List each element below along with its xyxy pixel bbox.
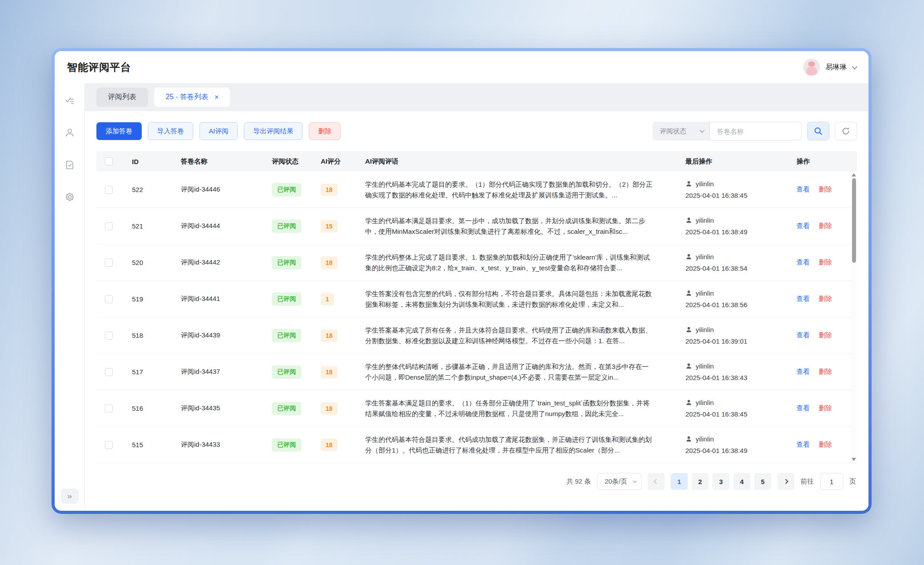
operation-time: 2025-04-01 16:38:54	[685, 264, 786, 272]
select-all-checkbox[interactable]	[105, 157, 113, 165]
close-icon[interactable]: ×	[215, 94, 219, 101]
view-link[interactable]: 查看	[797, 295, 810, 303]
view-link[interactable]: 查看	[797, 368, 810, 376]
page-button[interactable]: 3	[713, 473, 729, 490]
tab-answer-list-label: 25 - 答卷列表	[166, 92, 208, 102]
avatar[interactable]	[803, 59, 820, 76]
row-lastop: yilinlin 2025-04-01 16:38:45	[675, 399, 786, 418]
page-button[interactable]: 4	[733, 473, 750, 490]
app-window: 智能评阅平台 易琳琳	[52, 48, 872, 514]
user-menu[interactable]: 易琳琳	[803, 59, 856, 76]
delete-button[interactable]: 删除	[309, 122, 341, 140]
view-link[interactable]: 查看	[797, 404, 810, 413]
delete-link[interactable]: 删除	[819, 185, 832, 194]
row-lastop: yilinlin 2025-04-01 16:38:49	[675, 216, 786, 236]
status-badge: 已评阅	[272, 183, 301, 196]
col-id: ID	[121, 158, 170, 165]
row-checkbox[interactable]	[105, 405, 113, 413]
row-id: 517	[121, 368, 170, 376]
row-checkbox[interactable]	[105, 332, 113, 340]
view-link[interactable]: 查看	[797, 331, 810, 340]
operation-time: 2025-04-01 16:38:49	[685, 228, 786, 236]
row-lastop: yilinlin 2025-04-01 16:38:45	[675, 180, 786, 199]
view-link[interactable]: 查看	[797, 258, 810, 267]
refresh-button[interactable]	[835, 122, 857, 140]
score-badge: 18	[321, 366, 338, 378]
row-lastop: yilinlin 2025-04-01 16:39:01	[675, 326, 786, 345]
settings-icon[interactable]	[64, 192, 75, 202]
delete-link[interactable]: 删除	[819, 295, 832, 303]
scroll-up-icon[interactable]	[852, 173, 856, 176]
delete-link[interactable]: 删除	[819, 404, 832, 413]
delete-link[interactable]: 删除	[819, 368, 832, 376]
col-status: 评阅状态	[261, 157, 310, 166]
row-id: 515	[121, 441, 170, 449]
row-checkbox[interactable]	[105, 368, 113, 376]
goto-unit: 页	[849, 477, 856, 486]
ai-review-button[interactable]: AI评阅	[199, 122, 238, 140]
delete-link[interactable]: 删除	[819, 258, 832, 267]
row-checkbox[interactable]	[105, 186, 113, 194]
scrollbar-thumb[interactable]	[852, 178, 856, 263]
col-comment: AI评阅评语	[354, 157, 675, 166]
view-link[interactable]: 查看	[797, 222, 810, 230]
table-row: 518 评阅id-34439 已评阅 18 学生答案基本完成了所有任务，并且大体…	[96, 317, 857, 354]
answer-name-input[interactable]	[709, 122, 802, 140]
row-checkbox[interactable]	[105, 259, 113, 267]
sidebar-collapse-button[interactable]: »	[61, 489, 79, 504]
prev-page-button[interactable]	[648, 473, 665, 490]
review-status-select[interactable]: 评阅状态	[653, 122, 709, 140]
person-icon	[685, 253, 692, 260]
operation-time: 2025-04-01 16:38:45	[685, 410, 786, 418]
col-action: 操作	[786, 157, 857, 166]
col-lastop: 最后操作	[675, 157, 786, 166]
import-answer-button[interactable]: 导入答卷	[148, 122, 193, 140]
delete-link[interactable]: 删除	[819, 331, 832, 340]
page-button[interactable]: 1	[671, 473, 688, 490]
row-name: 评阅id-34433	[170, 441, 261, 449]
person-icon	[685, 217, 692, 224]
tab-review-list[interactable]: 评阅列表	[96, 88, 148, 107]
tab-answer-list[interactable]: 25 - 答卷列表 ×	[154, 88, 230, 107]
view-link[interactable]: 查看	[797, 441, 810, 449]
page-button[interactable]: 2	[692, 473, 709, 490]
row-lastop: yilinlin 2025-04-01 16:38:56	[675, 289, 786, 309]
view-link[interactable]: 查看	[797, 185, 810, 194]
goto-page-input[interactable]	[820, 473, 843, 490]
status-badge: 已评阅	[272, 256, 301, 269]
row-id: 519	[121, 295, 170, 303]
status-badge: 已评阅	[272, 365, 301, 379]
page-button[interactable]: 5	[754, 473, 771, 490]
row-checkbox[interactable]	[105, 295, 113, 303]
operation-time: 2025-04-01 16:38:43	[685, 374, 786, 381]
delete-link[interactable]: 删除	[819, 222, 832, 230]
chevron-down-icon	[700, 128, 705, 133]
export-result-button[interactable]: 导出评阅结果	[244, 122, 303, 140]
row-checkbox[interactable]	[105, 222, 113, 230]
row-comment: 学生的代码基本符合题目要求。代码成功加载了鸢尾花数据集，并正确进行了训练集和测试…	[354, 434, 675, 455]
person-icon	[685, 326, 692, 333]
status-badge: 已评阅	[272, 438, 301, 452]
document-check-icon[interactable]	[64, 160, 75, 170]
row-name: 评阅id-34441	[170, 295, 261, 303]
add-answer-button[interactable]: 添加答卷	[96, 122, 142, 140]
score-badge: 1	[321, 293, 334, 305]
operator-name: yilinlin	[696, 253, 714, 260]
next-page-button[interactable]	[777, 473, 794, 490]
toolbar: 添加答卷 导入答卷 AI评阅 导出评阅结果 删除 评阅状态	[96, 122, 857, 140]
chevron-down-icon	[633, 479, 637, 483]
checklist-icon[interactable]	[64, 96, 75, 106]
scroll-down-icon[interactable]	[852, 458, 856, 461]
operation-time: 2025-04-01 16:38:56	[685, 301, 786, 309]
row-comment: 学生答案基本完成了所有任务，并且大体符合题目要求。代码使用了正确的库和函数来载入…	[354, 325, 675, 346]
row-id: 520	[121, 259, 170, 266]
scrollbar[interactable]	[851, 172, 857, 463]
user-icon[interactable]	[64, 128, 75, 138]
search-button[interactable]	[807, 122, 829, 140]
delete-link[interactable]: 删除	[819, 441, 832, 449]
score-badge: 18	[321, 184, 338, 196]
row-checkbox[interactable]	[105, 441, 113, 449]
score-badge: 18	[321, 329, 338, 342]
page-size-select[interactable]: 20条/页	[597, 473, 641, 490]
row-name: 评阅id-34435	[170, 404, 261, 413]
